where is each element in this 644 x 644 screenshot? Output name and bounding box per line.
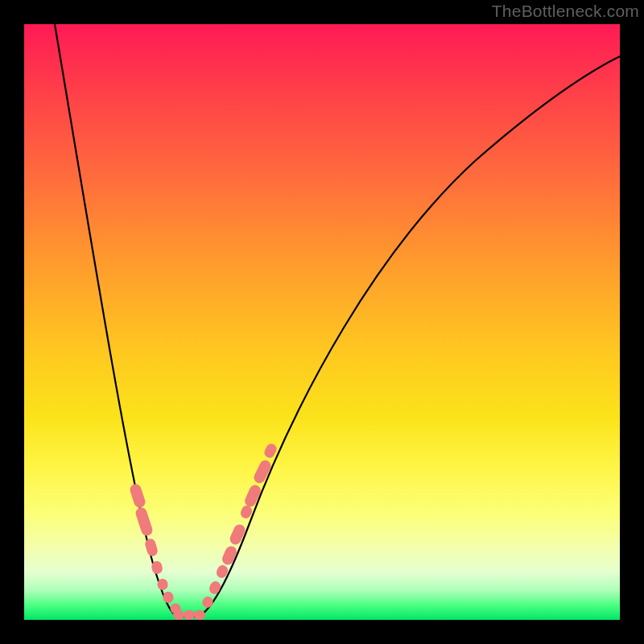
data-point (228, 522, 246, 546)
data-point (208, 580, 222, 596)
data-point (129, 483, 147, 510)
data-point (221, 544, 239, 567)
data-point (173, 610, 184, 620)
data-point (200, 595, 214, 609)
chart-svg (24, 24, 620, 620)
chart-frame: TheBottleneck.com (0, 0, 644, 644)
plot-area (24, 24, 620, 620)
data-point (163, 591, 175, 604)
data-point (144, 538, 159, 558)
data-point (134, 506, 154, 538)
data-point (194, 610, 205, 620)
data-point (184, 610, 195, 620)
data-point-clusters (129, 442, 279, 620)
watermark-text: TheBottleneck.com (492, 2, 639, 21)
bottleneck-curve (55, 24, 620, 617)
